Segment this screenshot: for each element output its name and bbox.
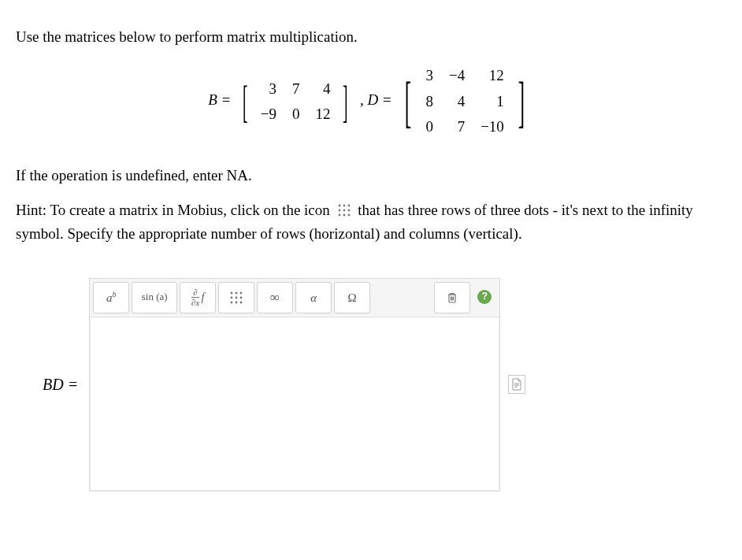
undefined-note: If the operation is undefined, enter NA. [16, 164, 726, 187]
svg-point-15 [231, 301, 233, 303]
hint-pre: Hint: To create a matrix in Mobius, clic… [16, 202, 334, 218]
svg-point-8 [347, 214, 350, 217]
question-intro: Use the matrices below to perform matrix… [16, 25, 726, 49]
derivative-button[interactable]: ∂ ∂x f [180, 282, 216, 313]
svg-point-14 [240, 296, 243, 299]
svg-point-4 [343, 210, 345, 212]
delete-button[interactable] [434, 282, 470, 313]
table-row: 3 7 4 [253, 76, 339, 102]
svg-point-16 [236, 301, 238, 303]
omega-icon: Ω [348, 288, 357, 307]
help-button[interactable]: ? [473, 282, 496, 312]
cell: 12 [307, 102, 338, 127]
table-row: 8 4 1 [417, 89, 511, 114]
svg-point-7 [343, 214, 345, 217]
svg-point-1 [343, 205, 345, 207]
svg-point-10 [236, 291, 238, 294]
preview-button[interactable] [508, 375, 525, 394]
D-matrix: [ 3 −4 12 8 4 1 0 7 −10 ] [399, 63, 530, 139]
D-label: D [367, 91, 378, 108]
cell: 4 [307, 76, 338, 102]
table-row: 0 7 −10 [417, 114, 511, 139]
svg-point-6 [338, 214, 340, 217]
document-icon [511, 378, 522, 391]
matrix-button[interactable] [218, 282, 254, 313]
label: sin (a) [142, 289, 168, 306]
label: f [201, 289, 204, 306]
svg-point-0 [338, 205, 340, 207]
infinity-button[interactable]: ∞ [257, 282, 293, 313]
equals-2: = [378, 91, 395, 108]
cell: 0 [284, 102, 308, 127]
label: ∂ [193, 288, 197, 297]
cell: −4 [441, 63, 473, 88]
equals-1: = [217, 91, 235, 108]
cell: 4 [441, 89, 473, 114]
superscript-button[interactable]: ab [93, 282, 129, 313]
label: ∂x [191, 297, 199, 307]
cell: 8 [417, 89, 441, 114]
editor-toolbar: ab sin (a) ∂ ∂x f [90, 279, 499, 317]
cell: −10 [473, 114, 512, 139]
cell: 12 [473, 63, 512, 88]
table-row: −9 0 12 [253, 102, 339, 127]
alpha-icon: α [310, 288, 317, 307]
omega-button[interactable]: Ω [334, 282, 370, 313]
matrix-definitions: B = [ 3 7 4 −9 0 12 ] , D = [ 3 −4 12 [16, 63, 726, 139]
sin-button[interactable]: sin (a) [132, 282, 177, 313]
alpha-button[interactable]: α [295, 282, 332, 313]
svg-point-9 [231, 291, 233, 294]
svg-point-13 [236, 296, 238, 299]
cell: 0 [417, 114, 441, 139]
svg-point-3 [338, 210, 340, 212]
cell: 7 [284, 76, 308, 102]
B-matrix: [ 3 7 4 −9 0 12 ] [238, 76, 353, 128]
answer-input[interactable] [90, 317, 499, 491]
help-icon: ? [477, 290, 492, 304]
svg-point-12 [231, 296, 233, 299]
hint-text: Hint: To create a matrix in Mobius, clic… [16, 198, 726, 247]
svg-point-2 [347, 205, 350, 207]
trash-icon [446, 291, 458, 304]
cell: 3 [417, 63, 441, 88]
answer-label: BD = [43, 372, 78, 397]
matrix-dots-icon [229, 291, 243, 305]
infinity-icon: ∞ [270, 287, 280, 308]
svg-point-17 [240, 301, 243, 303]
label: b [112, 290, 116, 299]
comma: , [360, 91, 368, 108]
matrix-dots-icon [337, 203, 351, 217]
svg-point-11 [240, 291, 243, 294]
cell: 7 [441, 114, 473, 139]
equation-editor: ab sin (a) ∂ ∂x f [89, 278, 500, 491]
table-row: 3 −4 12 [417, 63, 511, 88]
svg-point-5 [347, 210, 350, 212]
cell: 3 [253, 76, 284, 102]
B-label: B [208, 91, 217, 108]
cell: −9 [253, 102, 284, 127]
cell: 1 [473, 89, 512, 114]
